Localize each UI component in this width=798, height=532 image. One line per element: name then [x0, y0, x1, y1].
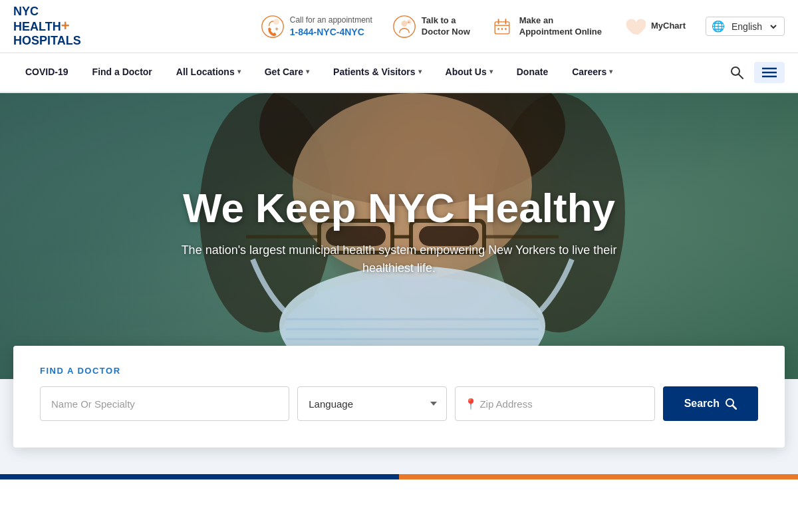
bottom-bar: [0, 474, 798, 479]
svg-point-4: [401, 21, 407, 27]
svg-point-13: [505, 28, 507, 30]
logo-hospitals: HOSPITALS: [13, 35, 81, 48]
language-selector[interactable]: 🌐 English Español 中文 русский: [706, 17, 785, 36]
language-select[interactable]: English Español 中文 русский: [729, 21, 779, 33]
svg-point-12: [501, 28, 503, 30]
appointment-action[interactable]: Make an Appointment Online: [490, 15, 602, 39]
svg-text:+: +: [407, 19, 410, 25]
logo-health: HEALTH: [13, 20, 61, 33]
talk-text: Talk to a Doctor Now: [422, 15, 470, 38]
find-doctor-panel: FIND A DOCTOR Language English Español 中…: [13, 346, 785, 448]
phone-icon: +: [261, 15, 285, 39]
chevron-down-icon: ▾: [489, 68, 493, 75]
language-filter-select[interactable]: Language English Español 中文 русский 한국어 …: [297, 386, 447, 421]
logo-plus: +: [61, 17, 70, 34]
nav-item-find-doctor[interactable]: Find a Doctor: [80, 53, 164, 92]
call-action[interactable]: + Call for an appointment 1-844-NYC-4NYC: [261, 15, 372, 39]
logo[interactable]: NYC HEALTH+ HOSPITALS: [13, 5, 81, 48]
heart-icon: [622, 15, 646, 39]
globe-icon: 🌐: [712, 20, 725, 33]
talk-doctor-action[interactable]: + Talk to a Doctor Now: [392, 15, 470, 39]
top-actions: + Call for an appointment 1-844-NYC-4NYC…: [261, 15, 785, 39]
svg-line-39: [733, 406, 737, 410]
name-field-wrapper: [40, 386, 289, 421]
hero-title: We Keep NYC Healthy: [166, 186, 632, 231]
nav-search-button[interactable]: [725, 61, 749, 84]
logo-nyc: NYC: [13, 5, 81, 19]
nav-item-about[interactable]: About Us ▾: [434, 53, 505, 92]
hero-section: We Keep NYC Healthy The nation's largest…: [0, 93, 798, 379]
nav-item-careers[interactable]: Careers ▾: [560, 53, 624, 92]
hero-subtitle: The nation's largest municipal health sy…: [166, 241, 632, 277]
location-pin-icon: 📍: [464, 398, 477, 410]
search-btn-icon: [725, 398, 737, 410]
chevron-down-icon: ▾: [418, 68, 422, 75]
find-doctor-label: FIND A DOCTOR: [40, 366, 758, 376]
zip-field-wrapper: 📍: [455, 386, 654, 421]
zip-address-input[interactable]: [455, 386, 654, 421]
mychart-action[interactable]: MyChart: [622, 15, 686, 39]
call-text: Call for an appointment 1-844-NYC-4NYC: [290, 15, 372, 39]
svg-line-15: [739, 74, 743, 78]
svg-text:+: +: [275, 26, 278, 33]
svg-rect-7: [495, 21, 509, 33]
search-button-wrapper: Search: [663, 386, 758, 421]
calendar-icon: [490, 15, 514, 39]
name-specialty-input[interactable]: [40, 386, 289, 421]
top-bar: NYC HEALTH+ HOSPITALS + Call for an appo…: [0, 0, 798, 53]
nav-menu-button[interactable]: [754, 62, 785, 83]
nav-item-donate[interactable]: Donate: [505, 53, 560, 92]
find-doctor-search-button[interactable]: Search: [663, 386, 758, 421]
chevron-down-icon: ▾: [306, 68, 309, 75]
svg-point-11: [497, 28, 499, 30]
language-field-wrapper: Language English Español 中文 русский 한국어 …: [297, 386, 447, 421]
hero-content: We Keep NYC Healthy The nation's largest…: [166, 186, 632, 277]
hamburger-icon: [762, 67, 777, 78]
nav-item-get-care[interactable]: Get Care ▾: [253, 53, 321, 92]
svg-point-14: [732, 67, 739, 75]
nav-item-covid[interactable]: COVID-19: [13, 53, 80, 92]
search-icon: [730, 66, 743, 79]
nav-items: COVID-19 Find a Doctor All Locations ▾ G…: [13, 53, 725, 92]
doctor-icon: +: [392, 15, 416, 39]
chevron-down-icon: ▾: [237, 68, 241, 75]
svg-point-1: [273, 19, 279, 25]
nav-item-locations[interactable]: All Locations ▾: [164, 53, 253, 92]
find-doctor-fields: Language English Español 中文 русский 한국어 …: [40, 386, 758, 421]
appointment-text: Make an Appointment Online: [519, 15, 602, 38]
nav-item-patients[interactable]: Patients & Visitors ▾: [321, 53, 433, 92]
chevron-down-icon: ▾: [609, 68, 612, 75]
mychart-text: MyChart: [651, 21, 686, 32]
nav-bar: COVID-19 Find a Doctor All Locations ▾ G…: [0, 53, 798, 93]
